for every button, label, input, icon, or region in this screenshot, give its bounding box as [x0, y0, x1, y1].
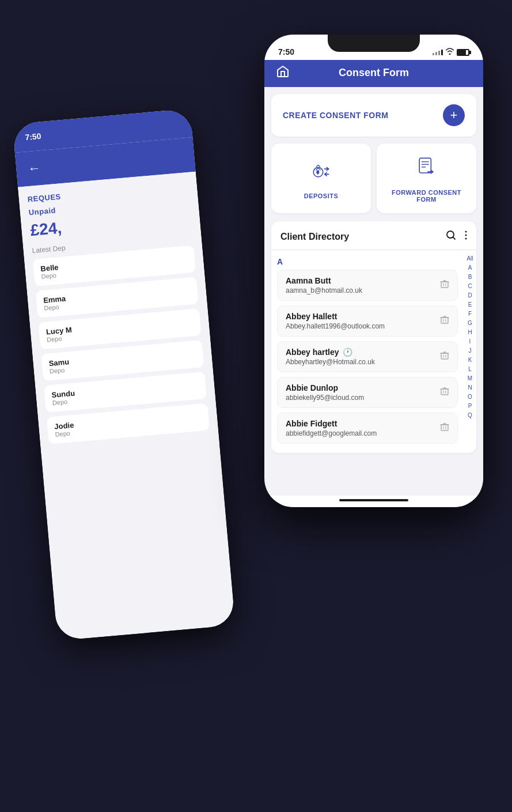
alpha-p[interactable]: P	[468, 402, 472, 410]
alpha-j[interactable]: J	[469, 347, 472, 355]
client-directory: Client Directory	[271, 221, 476, 453]
contact-email: Abbeyhartley@Hotmail.co.uk	[286, 358, 375, 366]
delete-icon[interactable]	[440, 351, 449, 362]
svg-rect-16	[441, 353, 448, 359]
svg-rect-13	[441, 318, 448, 323]
more-options-icon[interactable]	[465, 230, 467, 243]
signal-icon	[433, 50, 443, 55]
alpha-i[interactable]: I	[469, 338, 471, 346]
scene: 7:50 ← REQUES Unpaid £24, Latest Dep Bel…	[0, 0, 512, 812]
delete-icon[interactable]	[440, 315, 449, 327]
alpha-m[interactable]: M	[468, 375, 472, 383]
contact-email: Abbey.hallett1996@outlook.com	[286, 322, 385, 330]
contact-email: abbiefidgett@googlemail.com	[286, 429, 377, 437]
alpha-o[interactable]: O	[468, 393, 472, 401]
app-content: CREATE CONSENT FORM +	[264, 87, 483, 496]
app-header: Consent Form	[264, 60, 483, 87]
status-right	[433, 48, 469, 56]
contact-card[interactable]: Abbey hartley 🕐 Abbeyhartley@Hotmail.co.…	[277, 341, 458, 372]
svg-rect-10	[441, 282, 448, 288]
forward-consent-label: FORWARD CONSENT FORM	[384, 189, 469, 203]
contact-name: Abbey Hallett	[286, 312, 385, 321]
alpha-h[interactable]: H	[468, 328, 472, 337]
forward-consent-card[interactable]: FORWARD CONSENT FORM	[377, 143, 476, 213]
bg-back-button[interactable]: ←	[27, 160, 41, 176]
forward-consent-icon	[414, 154, 439, 183]
phone-notch	[328, 35, 420, 52]
main-phone: 7:50	[264, 35, 483, 507]
delete-icon[interactable]	[440, 422, 449, 434]
background-phone: 7:50 ← REQUES Unpaid £24, Latest Dep Bel…	[12, 108, 235, 641]
search-icon[interactable]	[445, 229, 457, 244]
alpha-b[interactable]: B	[468, 273, 472, 281]
app-title: Consent Form	[339, 67, 409, 79]
alpha-e[interactable]: E	[468, 301, 472, 309]
alpha-a[interactable]: A	[468, 264, 472, 272]
svg-text:$: $	[316, 169, 318, 175]
svg-rect-19	[441, 389, 448, 395]
section-a-label: A	[277, 255, 458, 270]
alpha-f[interactable]: F	[468, 310, 472, 318]
contact-email: abbiekelly95@icloud.com	[286, 394, 364, 402]
bg-content: REQUES Unpaid £24, Latest Dep Belle Depo…	[18, 172, 219, 458]
deposits-label: DEPOSITS	[304, 192, 339, 199]
alpha-c[interactable]: C	[468, 282, 472, 290]
create-consent-button[interactable]: +	[443, 104, 465, 126]
create-consent-card[interactable]: CREATE CONSENT FORM +	[271, 94, 476, 137]
action-cards-row: $ DEPOSITS	[271, 143, 476, 213]
svg-rect-2	[419, 158, 431, 173]
delete-icon[interactable]	[440, 280, 449, 291]
contact-card[interactable]: Abbie Dunlop abbiekelly95@icloud.com	[277, 377, 458, 408]
time-display: 7:50	[278, 47, 294, 56]
alpha-d[interactable]: D	[468, 292, 472, 300]
plus-icon: +	[450, 108, 458, 123]
deposits-icon: $	[309, 157, 334, 187]
svg-rect-22	[441, 425, 448, 430]
alpha-index: All A B C D E F G H I J K L	[464, 250, 476, 453]
alpha-k[interactable]: K	[468, 356, 472, 364]
contact-card[interactable]: Aamna Butt aamna_b@hotmail.co.uk	[277, 270, 458, 301]
alpha-g[interactable]: G	[468, 319, 472, 327]
clock-icon: 🕐	[343, 348, 352, 357]
bg-time: 7:50	[25, 131, 41, 142]
contact-name: Aamna Butt	[286, 276, 362, 285]
contact-card[interactable]: Abbie Fidgett abbiefidgett@googlemail.co…	[277, 413, 458, 444]
alpha-l[interactable]: L	[468, 365, 472, 373]
directory-body: A Aamna Butt aamna_b@hotmail.co.uk	[271, 250, 476, 453]
alpha-q[interactable]: Q	[468, 411, 472, 420]
contact-name: Abbie Fidgett	[286, 419, 377, 428]
create-consent-label: CREATE CONSENT FORM	[283, 111, 388, 120]
directory-list: A Aamna Butt aamna_b@hotmail.co.uk	[271, 250, 464, 453]
home-icon[interactable]	[276, 65, 290, 82]
alpha-all[interactable]: All	[467, 255, 473, 263]
svg-point-9	[465, 238, 467, 240]
wifi-icon	[445, 48, 454, 56]
alpha-n[interactable]: N	[468, 384, 472, 392]
svg-point-8	[465, 235, 467, 236]
contact-name: Abbie Dunlop	[286, 383, 364, 392]
deposits-card[interactable]: $ DEPOSITS	[271, 143, 371, 213]
contact-email: aamna_b@hotmail.co.uk	[286, 286, 362, 294]
contact-name: Abbey hartley 🕐	[286, 348, 375, 357]
home-indicator	[264, 496, 483, 507]
directory-header: Client Directory	[271, 221, 476, 250]
delete-icon[interactable]	[440, 387, 449, 398]
directory-title: Client Directory	[280, 232, 349, 242]
battery-icon	[457, 49, 469, 56]
directory-actions	[445, 229, 467, 244]
svg-point-7	[465, 231, 467, 233]
contact-card[interactable]: Abbey Hallett Abbey.hallett1996@outlook.…	[277, 305, 458, 337]
home-bar	[339, 499, 408, 501]
